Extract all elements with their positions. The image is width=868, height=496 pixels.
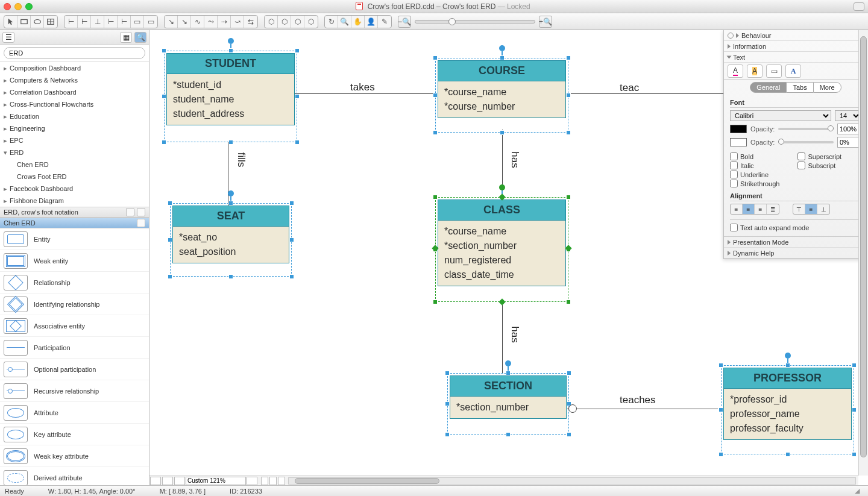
- tree-tool-1[interactable]: ⊢: [64, 16, 78, 28]
- conn-6[interactable]: ⤻: [231, 16, 244, 28]
- font-size-select[interactable]: 14: [835, 110, 861, 121]
- subscript-checkbox[interactable]: Subscript: [797, 162, 841, 169]
- canvas-area[interactable]: takes teac fills has has teaches STUDENT…: [149, 30, 868, 485]
- hand-tool[interactable]: ✋: [351, 16, 365, 28]
- autoexpand-checkbox[interactable]: Text auto expand mode: [730, 219, 861, 231]
- tree-tool-7[interactable]: ▭: [144, 16, 157, 28]
- text-opacity-slider[interactable]: [778, 128, 834, 130]
- text-highlight-icon[interactable]: A: [747, 64, 763, 78]
- pen-tool[interactable]: ✎: [378, 16, 391, 28]
- zoom-out-button[interactable]: −🔍: [398, 16, 411, 28]
- page-tab[interactable]: [261, 477, 268, 485]
- entity-course[interactable]: COURSE *course_name *course_number: [438, 60, 566, 118]
- connection-point[interactable]: [565, 245, 571, 251]
- bold-checkbox[interactable]: Bold: [730, 152, 779, 160]
- stencil-attribute[interactable]: Attribute: [0, 402, 149, 424]
- fullscreen-button[interactable]: [854, 2, 864, 11]
- entity-seat[interactable]: SEAT *seat_no seat_position: [172, 206, 289, 263]
- hscroll-track[interactable]: [288, 477, 856, 485]
- tree-tool-6[interactable]: ▭: [131, 16, 144, 28]
- stencil-key-attribute[interactable]: Key attribute: [0, 424, 149, 445]
- stencil-assoc-entity[interactable]: Associative entity: [0, 315, 149, 337]
- align-justify[interactable]: ≣: [767, 204, 779, 214]
- entity-professor[interactable]: PROFESSOR *professor_id professor_name p…: [723, 368, 852, 440]
- tree-item[interactable]: ▸Computers & Networks: [0, 74, 149, 86]
- tree-item[interactable]: ▸Engineering: [0, 122, 149, 134]
- chain-3[interactable]: ⬡: [291, 16, 304, 28]
- conn-1[interactable]: ↘: [165, 16, 178, 28]
- stencil-weak-entity[interactable]: Weak entity: [0, 250, 149, 272]
- page-thumbs-button[interactable]: [247, 477, 257, 485]
- tree-item[interactable]: ▸EPC: [0, 134, 149, 146]
- tab-tabs[interactable]: Tabs: [787, 82, 813, 93]
- tree-item[interactable]: ▸Facebook Dashboard: [0, 183, 149, 195]
- tree-tool-2[interactable]: ⊢: [78, 16, 91, 28]
- align-left[interactable]: ≡: [731, 204, 743, 214]
- inspector-section-behaviour[interactable]: Behaviour: [724, 30, 867, 41]
- stencil-derived-attribute[interactable]: Derived attribute: [0, 467, 149, 485]
- stencil-entity[interactable]: Entity: [0, 228, 149, 250]
- page-tab[interactable]: [269, 477, 277, 485]
- zoom-tool[interactable]: 🔍: [338, 16, 351, 28]
- strike-checkbox[interactable]: Strikethrough: [730, 180, 779, 187]
- text-box-icon[interactable]: ▭: [766, 64, 782, 78]
- person-tool[interactable]: 👤: [365, 16, 378, 28]
- inspector-section-text[interactable]: Text: [724, 52, 867, 63]
- tree-tool-4[interactable]: ⊢: [104, 16, 118, 28]
- bg-opacity-slider[interactable]: [778, 141, 834, 143]
- zoom-in-button[interactable]: +🔍: [539, 16, 552, 28]
- connection-point[interactable]: [498, 298, 505, 305]
- conn-2[interactable]: ↘: [178, 16, 191, 28]
- close-window-button[interactable]: [4, 3, 11, 10]
- entity-student[interactable]: STUDENT *student_id student_name student…: [166, 53, 295, 125]
- align-center[interactable]: ≡: [743, 204, 755, 214]
- connector-takes[interactable]: [294, 93, 433, 94]
- inspector-section-help[interactable]: Dynamic Help: [724, 248, 867, 259]
- chain-2[interactable]: ⬡: [278, 16, 291, 28]
- text-opacity-value[interactable]: [837, 124, 861, 134]
- entity-class[interactable]: CLASS *course_name *section_number num_r…: [438, 199, 566, 286]
- font-family-select[interactable]: Calibri: [730, 110, 831, 121]
- rect-tool[interactable]: [17, 16, 31, 28]
- stencil-opt-participation[interactable]: Optional participation: [0, 359, 149, 380]
- connector-has-2[interactable]: [502, 301, 503, 374]
- valign-middle[interactable]: ≡: [805, 204, 817, 214]
- zoom-select[interactable]: [186, 477, 246, 485]
- tree-item[interactable]: ▸Cross-Functional Flowcharts: [0, 98, 149, 110]
- connector-has-1[interactable]: [502, 130, 503, 199]
- conn-7[interactable]: ⇆: [244, 16, 257, 28]
- pointer-tool[interactable]: [4, 16, 17, 28]
- align-right[interactable]: ≡: [755, 204, 767, 214]
- section-icon[interactable]: [126, 208, 134, 216]
- entity-section[interactable]: SECTION *section_number: [450, 375, 567, 419]
- tree-item[interactable]: ▸Correlation Dashboard: [0, 86, 149, 98]
- text-color-swatch[interactable]: [730, 125, 747, 133]
- tree-item[interactable]: ▸Fishbone Diagram: [0, 195, 149, 207]
- resize-grip-icon[interactable]: ◢: [855, 487, 863, 495]
- underline-checkbox[interactable]: Underline: [730, 171, 779, 178]
- stencil-id-relationship[interactable]: Identifying relationship: [0, 294, 149, 315]
- tree-tool-5[interactable]: ⊢: [118, 16, 131, 28]
- vertical-scrollbar[interactable]: [858, 30, 868, 476]
- tab-general[interactable]: General: [750, 82, 787, 93]
- tree-item-chen-erd[interactable]: Chen ERD: [0, 159, 149, 171]
- bg-opacity-value[interactable]: [837, 137, 861, 148]
- stencil-relationship[interactable]: Relationship: [0, 272, 149, 294]
- table-tool[interactable]: [44, 16, 57, 28]
- valign-top[interactable]: ⊤: [793, 204, 805, 214]
- section-icon[interactable]: [137, 208, 145, 216]
- bg-color-swatch[interactable]: [730, 138, 747, 146]
- tree-item-erd[interactable]: ▾ERD: [0, 146, 149, 159]
- chain-1[interactable]: ⬡: [265, 16, 278, 28]
- page-prev-button[interactable]: [162, 477, 173, 485]
- italic-checkbox[interactable]: Italic: [730, 162, 779, 169]
- valign-bottom[interactable]: ⊥: [817, 204, 829, 214]
- tree-item[interactable]: ▸Education: [0, 110, 149, 122]
- zoom-window-button[interactable]: [25, 3, 33, 10]
- stencil-participation[interactable]: Participation: [0, 337, 149, 359]
- chain-4[interactable]: ⬡: [304, 16, 318, 28]
- ellipse-tool[interactable]: [31, 16, 44, 28]
- stencil-weak-key-attribute[interactable]: Weak key attribute: [0, 445, 149, 467]
- library-tab-grid[interactable]: ▦: [120, 32, 132, 43]
- refresh-tool[interactable]: ↻: [325, 16, 338, 28]
